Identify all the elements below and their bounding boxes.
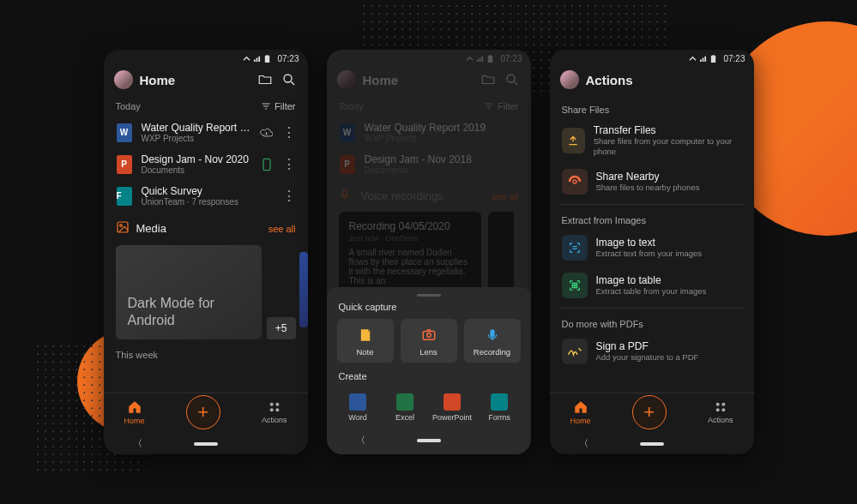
- nav-actions[interactable]: Actions: [262, 400, 287, 424]
- action-title: Image to table: [596, 274, 707, 286]
- svg-point-5: [119, 225, 122, 227]
- section-today: Today Filter: [327, 98, 531, 115]
- wifi-icon: [689, 55, 697, 63]
- action-image-to-text[interactable]: Image to text Extract text from your ima…: [550, 229, 754, 267]
- page-title: Actions: [586, 73, 744, 87]
- create-forms[interactable]: Forms: [479, 388, 521, 427]
- action-share-nearby[interactable]: Share Nearby Share files to nearby phone…: [550, 163, 754, 201]
- quick-capture-note[interactable]: Note: [337, 319, 394, 363]
- signal-icon: [699, 55, 707, 63]
- home-pill[interactable]: [417, 439, 441, 442]
- status-time: 07:23: [277, 54, 299, 63]
- file-item[interactable]: Water Quality Report 2019 WXP Projects: [327, 117, 531, 148]
- quick-capture-recording[interactable]: Recording: [464, 319, 521, 363]
- action-transfer-files[interactable]: Transfer Files Share files from your com…: [550, 118, 754, 163]
- filter-icon: [484, 101, 494, 111]
- quick-capture-lens[interactable]: Lens: [401, 319, 457, 363]
- file-title: Water Quality Report 2019: [365, 122, 519, 134]
- filter-button[interactable]: Filter: [261, 101, 295, 111]
- recording-card-peek[interactable]: [488, 212, 514, 294]
- action-image-to-table[interactable]: Image to table Extract table from your i…: [550, 267, 754, 304]
- fab-create[interactable]: +: [632, 395, 667, 429]
- section-extract: Extract from Images: [550, 208, 754, 229]
- home-pill[interactable]: [194, 442, 218, 446]
- action-sign-pdf[interactable]: Sign a PDF Add your signature to a PDF: [550, 333, 754, 370]
- more-icon[interactable]: ⋮: [282, 158, 296, 171]
- create-word[interactable]: Word: [337, 388, 379, 427]
- more-icon[interactable]: ⋮: [282, 126, 296, 140]
- media-header[interactable]: Media see all: [104, 213, 308, 240]
- fab-create[interactable]: +: [186, 395, 220, 429]
- search-icon[interactable]: [281, 71, 298, 88]
- file-subtitle: Documents: [365, 165, 519, 175]
- divider: [560, 204, 744, 205]
- voice-header[interactable]: Voice recordings see all: [327, 182, 531, 205]
- user-avatar[interactable]: [337, 70, 356, 89]
- media-next-card-peek[interactable]: [299, 252, 308, 327]
- user-avatar[interactable]: [560, 70, 579, 89]
- on-device-icon[interactable]: [260, 158, 274, 171]
- home-pill[interactable]: [640, 442, 664, 446]
- back-button[interactable]: 〈: [356, 434, 365, 447]
- section-pdf: Do more with PDFs: [550, 312, 754, 333]
- nav-home[interactable]: Home: [124, 399, 145, 425]
- svg-point-7: [275, 403, 279, 406]
- see-all-link[interactable]: see all: [492, 191, 519, 201]
- back-button[interactable]: 〈: [133, 437, 142, 450]
- action-title: Transfer Files: [594, 124, 742, 136]
- filter-button[interactable]: Filter: [484, 101, 518, 111]
- svg-rect-1: [267, 55, 269, 56]
- more-icon[interactable]: ⋮: [282, 189, 296, 203]
- word-file-icon: [339, 123, 356, 143]
- recording-sub: Just now · OneDrive: [349, 234, 471, 243]
- home-icon: [127, 399, 142, 415]
- file-item[interactable]: Design Jam - Nov 2018 Documents: [327, 148, 531, 180]
- media-card[interactable]: Dark Mode for Android +5: [116, 245, 262, 339]
- file-item[interactable]: Water Quality Report 2021 WXP Projects ⋮: [104, 117, 308, 148]
- top-bar: Home: [327, 65, 531, 98]
- nav-home[interactable]: Home: [570, 399, 591, 425]
- word-file-icon: [116, 123, 133, 143]
- mic-icon: [339, 189, 351, 203]
- back-button[interactable]: 〈: [579, 437, 588, 450]
- word-app-icon: [349, 393, 366, 411]
- page-title: Home: [140, 73, 250, 87]
- bottom-nav: Home + Actions: [550, 393, 754, 433]
- android-nav: 〈: [337, 427, 521, 451]
- folder-icon[interactable]: [256, 71, 274, 88]
- phone-home: 07:23 Home Today Filter Water Quality Re…: [104, 50, 308, 454]
- svg-rect-18: [713, 55, 715, 56]
- action-sub: Share files to nearby phones: [596, 183, 700, 193]
- recording-body: A small river named Duden flows by their…: [349, 248, 471, 285]
- powerpoint-file-icon: [339, 154, 356, 175]
- svg-rect-17: [711, 56, 715, 63]
- see-all-link[interactable]: see all: [269, 224, 296, 234]
- file-item[interactable]: Quick Survey UnionTeam · 7 responses ⋮: [104, 180, 308, 212]
- sheet-handle[interactable]: [417, 294, 441, 297]
- battery-icon: [263, 55, 271, 63]
- user-avatar[interactable]: [114, 70, 133, 89]
- recording-card[interactable]: Recording 04/05/2020 Just now · OneDrive…: [339, 212, 481, 294]
- bottom-sheet: Quick capture Note Lens Recording Create…: [327, 287, 531, 454]
- file-item[interactable]: Design Jam - Nov 2020 Documents ⋮: [104, 148, 308, 180]
- create-powerpoint[interactable]: PowerPoint: [432, 388, 474, 427]
- create-excel[interactable]: Excel: [384, 388, 426, 427]
- filter-icon: [261, 101, 271, 111]
- file-list: Water Quality Report 2021 WXP Projects ⋮…: [104, 115, 308, 213]
- top-bar: Home: [104, 65, 308, 98]
- image-to-table-icon: [562, 273, 588, 298]
- search-icon[interactable]: [504, 71, 521, 88]
- page-title: Home: [363, 73, 473, 87]
- phone-actions: 07:23 Actions Share Files Transfer Files…: [550, 50, 754, 454]
- media-count-badge[interactable]: +5: [267, 317, 296, 339]
- nav-actions[interactable]: Actions: [708, 400, 733, 424]
- transfer-icon: [562, 128, 585, 153]
- svg-rect-11: [490, 55, 492, 56]
- cloud-download-icon[interactable]: [260, 126, 274, 140]
- svg-rect-3: [263, 159, 270, 170]
- lens-icon: [420, 327, 438, 344]
- section-label: Today: [116, 101, 141, 111]
- folder-icon[interactable]: [480, 71, 497, 88]
- svg-point-9: [275, 408, 279, 411]
- action-sub: Extract table from your images: [596, 286, 707, 297]
